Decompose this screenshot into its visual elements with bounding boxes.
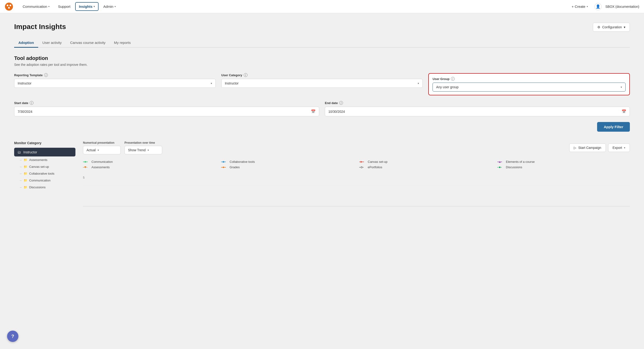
reporting-template-group: Reporting Template i Instructor ▾ [14, 73, 216, 95]
dates-row: Start date i 7/30/2024 📅 End date i 10/3… [14, 101, 630, 116]
page-header: Impact Insights ⚙ Configuration ▾ [14, 23, 630, 32]
monitor-item-instructor[interactable]: 🗂 Instructor [14, 148, 76, 156]
legend-item-collaborative-tools: Collaborative tools [221, 160, 354, 164]
create-button[interactable]: + Create ▾ [569, 3, 591, 10]
user-category-info-icon[interactable]: i [244, 73, 248, 77]
chevron-down-icon: ▾ [211, 82, 212, 85]
bottom-panel: Monitor Category 🗂 Instructor ─ 📁 Assess… [14, 141, 630, 212]
app-logo[interactable] [5, 2, 13, 11]
svg-point-1 [7, 5, 8, 6]
calendar-icon: 📅 [311, 109, 316, 114]
chevron-down-icon: ▾ [624, 146, 626, 149]
numerical-presentation-select[interactable]: Actual ▾ [83, 146, 121, 154]
chart-legend: Communication Collaborative tools Canvas… [83, 160, 630, 169]
section-description: See the adoption rates per tool and impr… [14, 63, 630, 67]
start-date-input[interactable]: 7/30/2024 📅 [14, 107, 319, 116]
legend-line-elements-of-course [498, 160, 504, 163]
legend-item-assessments: Assessments [83, 165, 216, 169]
end-date-info-icon[interactable]: i [339, 101, 343, 105]
folder-icon: 📁 [24, 158, 27, 162]
monitor-sub-item-communication[interactable]: ─ 📁 Communication [17, 177, 76, 184]
tab-adoption[interactable]: Adoption [14, 38, 38, 48]
nav-label-admin: Admin [103, 5, 114, 9]
nav-items: Communication ▾ Support Insights ▾ Admin… [19, 2, 567, 11]
chevron-down-icon: ▾ [98, 149, 99, 152]
chevron-down-icon: ▾ [587, 5, 588, 8]
svg-point-12 [223, 167, 224, 168]
end-date-group: End date i 10/30/2024 📅 [325, 101, 630, 116]
chevron-down-icon: ▾ [624, 25, 626, 29]
reporting-template-select[interactable]: Instructor ▾ [14, 79, 216, 88]
user-group-select[interactable]: Any user group ▾ [432, 83, 626, 92]
nav-right: + Create ▾ 👤 SBOX (documentation) [569, 3, 639, 10]
filters-row-1: Reporting Template i Instructor ▾ User C… [14, 73, 630, 95]
chart-svg [83, 180, 630, 209]
folder-icon: 📁 [24, 185, 27, 189]
monitor-panel: Monitor Category 🗂 Instructor ─ 📁 Assess… [14, 141, 76, 212]
right-panel: Numerical presentation Actual ▾ Presenta… [76, 141, 630, 212]
legend-line-eportfolios [359, 166, 366, 169]
user-avatar-icon[interactable]: 👤 [594, 3, 602, 10]
monitor-sub-item-canvas-setup[interactable]: ─ 📁 Canvas set-up [17, 163, 76, 170]
trend-select[interactable]: Show Trend ▾ [124, 146, 162, 154]
end-date-input[interactable]: 10/30/2024 📅 [325, 107, 630, 116]
reporting-template-label: Reporting Template i [14, 73, 216, 77]
calendar-icon: 📅 [622, 109, 626, 114]
reporting-template-info-icon[interactable]: i [44, 73, 48, 77]
monitor-sub-item-discussions[interactable]: ─ 📁 Discussions [17, 184, 76, 191]
config-label: Configuration [602, 25, 622, 29]
legend-item-grades: Grades [221, 165, 354, 169]
main-content: Impact Insights ⚙ Configuration ▾ Adopti… [0, 13, 644, 349]
nav-item-communication[interactable]: Communication ▾ [19, 2, 53, 11]
start-date-info-icon[interactable]: i [30, 101, 34, 105]
user-group-label: User Group i [432, 77, 626, 81]
trend-label: Presentation over time [124, 141, 162, 144]
create-label: + Create [572, 5, 585, 9]
chevron-down-icon: ▾ [418, 82, 419, 85]
user-category-group: User Category i Instructor ▾ [221, 73, 423, 95]
right-panel-controls: Numerical presentation Actual ▾ Presenta… [83, 141, 630, 154]
action-buttons: ▷ Start Campaign Export ▾ [569, 143, 630, 152]
legend-line-collaborative-tools [221, 160, 228, 163]
tab-canvas-course-activity[interactable]: Canvas course activity [66, 38, 110, 48]
folder-icon: 🗂 [18, 150, 21, 154]
configuration-button[interactable]: ⚙ Configuration ▾ [593, 23, 630, 32]
tab-user-activity[interactable]: User activity [38, 38, 66, 48]
user-group-info-icon[interactable]: i [451, 77, 455, 81]
chevron-down-icon: ▾ [621, 86, 622, 89]
nav-item-insights[interactable]: Insights ▾ [75, 2, 99, 11]
monitor-sub-item-collaborative-tools[interactable]: ─ 📁 Collaborative tools [17, 170, 76, 177]
top-navigation: Communication ▾ Support Insights ▾ Admin… [0, 0, 644, 13]
apply-row: Apply Filter [14, 122, 630, 132]
chart-y-label: 5 [83, 176, 630, 179]
nav-item-support[interactable]: Support [54, 2, 74, 11]
svg-rect-7 [223, 161, 224, 163]
svg-point-3 [8, 7, 10, 9]
chevron-down-icon: ▾ [94, 5, 95, 8]
chart-area: 5 [83, 174, 630, 212]
nav-label-support: Support [58, 5, 70, 9]
tab-my-reports[interactable]: My reports [110, 38, 135, 48]
apply-filter-button[interactable]: Apply Filter [597, 122, 630, 132]
folder-icon: 📁 [24, 172, 27, 175]
nav-label-communication: Communication [23, 5, 47, 9]
help-button[interactable]: ? [7, 330, 18, 342]
user-category-label: User Category i [221, 73, 423, 77]
legend-line-communication [83, 160, 90, 163]
legend-item-eportfolios: ePortfolios [359, 165, 492, 169]
monitor-sub-item-assessments[interactable]: ─ 📁 Assessments [17, 156, 76, 163]
play-icon: ▷ [574, 146, 576, 150]
nav-label-insights: Insights [79, 5, 93, 9]
page-title: Impact Insights [14, 23, 66, 31]
numerical-presentation-group: Numerical presentation Actual ▾ [83, 141, 121, 154]
start-campaign-button[interactable]: ▷ Start Campaign [569, 143, 606, 152]
export-button[interactable]: Export ▾ [608, 143, 630, 152]
svg-point-0 [5, 3, 13, 11]
gear-icon: ⚙ [597, 25, 600, 29]
legend-item-communication: Communication [83, 160, 216, 164]
nav-item-admin[interactable]: Admin ▾ [100, 2, 120, 11]
start-date-label: Start date i [14, 101, 319, 105]
user-category-select[interactable]: Instructor ▾ [221, 79, 423, 88]
legend-line-canvas-setup [359, 160, 366, 163]
trend-group: Presentation over time Show Trend ▾ [124, 141, 162, 154]
